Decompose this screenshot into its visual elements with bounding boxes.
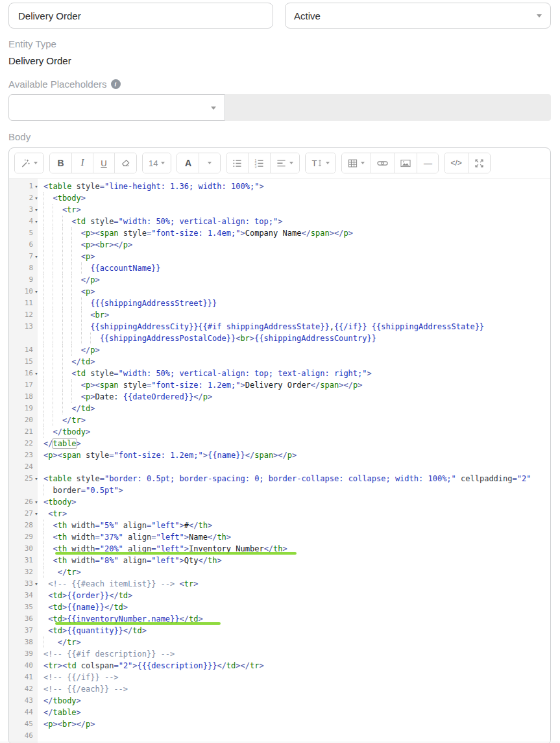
line-number: 42 (9, 683, 33, 695)
line-number: 30 (9, 543, 33, 555)
fold-spacer (33, 683, 40, 695)
code-line: 21</tbody> (9, 426, 550, 438)
code-line-content: <p><span style="font-size: 1.2em;">Deliv… (40, 379, 362, 391)
code-line: 29<th width="37%" align="left">Name</th> (9, 531, 550, 543)
code-line-content: {{shippingAddressPostalCode}}<br>{{shipp… (40, 333, 376, 344)
line-number: 13 (9, 321, 33, 333)
code-view-icon: </> (450, 159, 461, 167)
code-line: 6<p><br></p> (9, 239, 550, 251)
line-number: 1 (9, 181, 33, 192)
line-gutter: 6 (9, 239, 40, 251)
fold-toggle-icon[interactable]: ▾ (33, 216, 40, 227)
fold-toggle-icon[interactable]: ▾ (33, 578, 40, 590)
code-line: 36<td>{{inventoryNumber.name}}</td> (9, 613, 550, 625)
chevron-down-icon (34, 162, 38, 164)
bold-button[interactable]: B (50, 153, 71, 173)
line-height-button[interactable]: T (306, 153, 335, 173)
clear-formatting-button[interactable] (114, 153, 136, 173)
font-color-button[interactable]: A (177, 153, 199, 173)
italic-button[interactable]: I (71, 153, 93, 173)
line-gutter: 22 (9, 438, 40, 449)
code-line-content: <td>{{quantity}}</td> (40, 625, 147, 636)
code-line: 13{{shippingAddressCity}}{{#if shippingA… (9, 321, 550, 333)
fold-spacer (33, 438, 40, 449)
insert-table-button[interactable] (342, 153, 371, 173)
chevron-down-icon (361, 162, 365, 164)
body-editor: BIU14A123T—</> 1▾<table style="line-heig… (8, 147, 551, 743)
line-gutter: 2▾ (9, 192, 40, 204)
horizontal-rule-icon: — (424, 159, 432, 168)
fold-spacer (33, 321, 40, 333)
status-select[interactable]: Active (285, 3, 551, 29)
fold-toggle-icon[interactable]: ▾ (33, 204, 40, 216)
code-line-content: <p><span style="font-size: 1.2em;">{{nam… (40, 449, 297, 461)
insert-picture-button[interactable] (394, 153, 417, 173)
fold-toggle-icon[interactable]: ▾ (33, 508, 40, 520)
code-view-button[interactable]: </> (444, 153, 467, 173)
code-line-content: <!-- {{#if description}} --> (40, 648, 175, 660)
top-field-row: Active (8, 3, 551, 29)
code-line: 16▾<td style="width: 50%; vertical-align… (9, 368, 550, 379)
fullscreen-button[interactable] (468, 153, 490, 173)
code-line-content: </tr> (40, 636, 81, 648)
line-number: 11 (9, 297, 33, 309)
code-line-content: <!-- {{#each itemList}} --> <tr> (40, 578, 198, 590)
line-number: 2 (9, 192, 33, 204)
line-number: 33 (9, 578, 33, 590)
code-line-content: </tr> (40, 414, 86, 426)
fold-toggle-icon[interactable]: ▾ (33, 251, 40, 262)
line-gutter: 27▾ (9, 508, 40, 520)
horizontal-rule-button[interactable]: — (417, 153, 438, 173)
font-color-more-button[interactable] (199, 153, 220, 173)
insert-link-button[interactable] (371, 153, 394, 173)
fold-spacer (33, 672, 40, 683)
line-gutter: 35 (9, 601, 40, 613)
code-line-content: border="0.5pt"> (40, 485, 123, 496)
code-line-content: <p>Date: {{dateOrdered}}</p> (40, 391, 212, 403)
line-number: 16 (9, 368, 33, 379)
ordered-list-button[interactable]: 123 (248, 153, 270, 173)
fold-toggle-icon[interactable]: ▾ (33, 286, 40, 297)
placeholders-select[interactable] (8, 94, 225, 121)
fold-toggle-icon[interactable]: ▾ (33, 368, 40, 379)
code-line: {{shippingAddressPostalCode}}<br>{{shipp… (9, 333, 550, 344)
placeholder-insert-field (225, 94, 551, 121)
link-icon (377, 158, 388, 168)
style-dropdown-button[interactable] (15, 153, 43, 173)
font-size-button[interactable]: 14 (143, 153, 171, 173)
code-line-content: <p><br></p> (40, 718, 95, 730)
font-color-icon: A (185, 158, 191, 168)
fold-toggle-icon[interactable]: ▾ (33, 192, 40, 204)
code-line: 37<td>{{quantity}}</td> (9, 625, 550, 636)
code-line: 43</tbody> (9, 695, 550, 707)
code-line: 3▾<tr> (9, 204, 550, 216)
line-number: 20 (9, 414, 33, 426)
code-editor[interactable]: 1▾<table style="line-height: 1.36; width… (9, 178, 550, 743)
fold-toggle-icon[interactable]: ▾ (33, 473, 40, 485)
available-placeholders-label: Available Placeholders i (8, 79, 551, 90)
code-line-content: {{{shippingAddressStreet}}} (40, 297, 217, 309)
underline-button[interactable]: U (93, 153, 114, 173)
bold-icon: B (57, 158, 64, 168)
code-line: 22</table> (9, 438, 550, 449)
code-line: 31<th width="8%" align="left">Qty</th> (9, 555, 550, 566)
paragraph-style-button[interactable] (270, 153, 299, 173)
unordered-list-button[interactable] (226, 153, 248, 173)
line-number: 17 (9, 379, 33, 391)
code-line-content: <p> (40, 251, 95, 262)
fold-spacer (33, 356, 40, 368)
fold-toggle-icon[interactable]: ▾ (33, 181, 40, 192)
name-input[interactable] (8, 3, 273, 29)
svg-text:3: 3 (255, 164, 257, 168)
info-icon[interactable]: i (111, 79, 121, 89)
line-number: 18 (9, 391, 33, 403)
line-number: 25 (9, 473, 33, 485)
line-number: 27 (9, 508, 33, 520)
line-gutter: 38 (9, 636, 40, 648)
line-gutter: 37 (9, 625, 40, 636)
line-gutter: 36 (9, 613, 40, 625)
fold-toggle-icon[interactable]: ▾ (33, 496, 40, 508)
code-line-content: <tr> (40, 508, 67, 520)
code-line: 32</tr> (9, 566, 550, 578)
line-number: 38 (9, 636, 33, 648)
